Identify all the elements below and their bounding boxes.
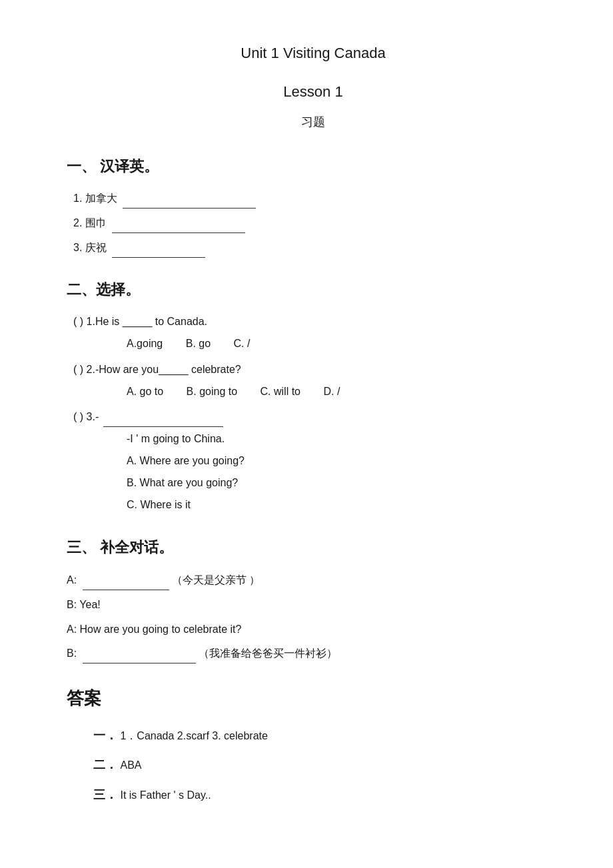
q2-opt-b: B. going to (187, 382, 238, 402)
q3-paren: ( ) (73, 411, 83, 422)
q2-opt-d: D. / (323, 382, 340, 402)
dialogue-a1-blank (83, 578, 169, 590)
dialogue-b2: B: （我准备给爸爸买一件衬衫） (67, 644, 560, 663)
fill-blank-3 (112, 246, 205, 258)
q2-opt-a: A. go to (127, 382, 163, 402)
section2-q3: ( ) 3.- (73, 408, 560, 427)
section1-item-3: 3. 庆祝 (73, 238, 560, 258)
q1-opt-a: A.going (127, 334, 163, 354)
answer-2: 二． ABA (93, 754, 560, 775)
answer2-text: ABA (120, 759, 141, 771)
section3-header: 三、 补全对话。 (67, 534, 560, 561)
section1-header: 一、 汉译英。 (67, 153, 560, 180)
dialogue-a1: A: （今天是父亲节 ） (67, 571, 560, 590)
section1-item-2: 2. 围巾 (73, 214, 560, 233)
answer1-text: 1．Canada 2.scarf 3. celebrate (120, 730, 267, 741)
q1-paren: ( ) (73, 316, 83, 327)
q3-opt-c: C. Where is it (127, 496, 560, 515)
fill-blank-2 (112, 221, 245, 233)
q2-paren: ( ) (73, 364, 83, 375)
answer-header: 答案 (67, 683, 560, 715)
dialogue-a1-hint: （今天是父亲节 ） (172, 574, 260, 586)
answer-1: 一． 1．Canada 2.scarf 3. celebrate (93, 725, 560, 746)
dialogue-b2-blank (83, 651, 196, 663)
q1-opt-b: B. go (186, 334, 211, 354)
q3-blank (103, 415, 223, 427)
page-main-title: Unit 1 Visiting Canada (67, 40, 560, 67)
answer-section: 答案 一． 1．Canada 2.scarf 3. celebrate 二． A… (67, 683, 560, 805)
answer3-num: 三． (93, 788, 117, 801)
answer1-num: 一． (93, 729, 117, 742)
q1-opt-c: C. / (234, 334, 251, 354)
answer2-num: 二． (93, 758, 117, 771)
q3-label: 3.- (87, 411, 99, 422)
section2-q1: ( ) 1.He is _____ to Canada. (73, 312, 560, 332)
q1-options: A.going B. go C. / (127, 334, 560, 354)
dialogue-b2-label: B: (67, 648, 77, 659)
q3-context: -I ' m going to China. (127, 430, 560, 449)
q2-text: 2.-How are you_____ celebrate? (87, 364, 241, 375)
section2-q2: ( ) 2.-How are you_____ celebrate? (73, 360, 560, 380)
q2-options: A. go to B. going to C. will to D. / (127, 382, 560, 402)
answer-3: 三． It is Father ' s Day.. (93, 784, 560, 805)
exercise-title: 习题 (67, 111, 560, 133)
lesson-title: Lesson 1 (67, 79, 560, 105)
q3-opt-b: B. What are you going? (127, 474, 560, 493)
q2-opt-c: C. will to (261, 382, 301, 402)
section1-item-1: 1. 加拿大 (73, 189, 560, 209)
dialogue-b2-hint: （我准备给爸爸买一件衬衫） (199, 648, 337, 659)
section2-header: 二、选择。 (67, 276, 560, 303)
dialogue-b1: B: Yea! (67, 596, 560, 615)
dialogue-a2: A: How are you going to celebrate it? (67, 620, 560, 640)
q1-text: 1.He is _____ to Canada. (87, 316, 207, 327)
answer3-text: It is Father ' s Day.. (120, 789, 211, 801)
q3-opt-a: A. Where are you going? (127, 452, 560, 471)
fill-blank-1 (123, 197, 256, 209)
dialogue-a1-label: A: (67, 574, 77, 586)
